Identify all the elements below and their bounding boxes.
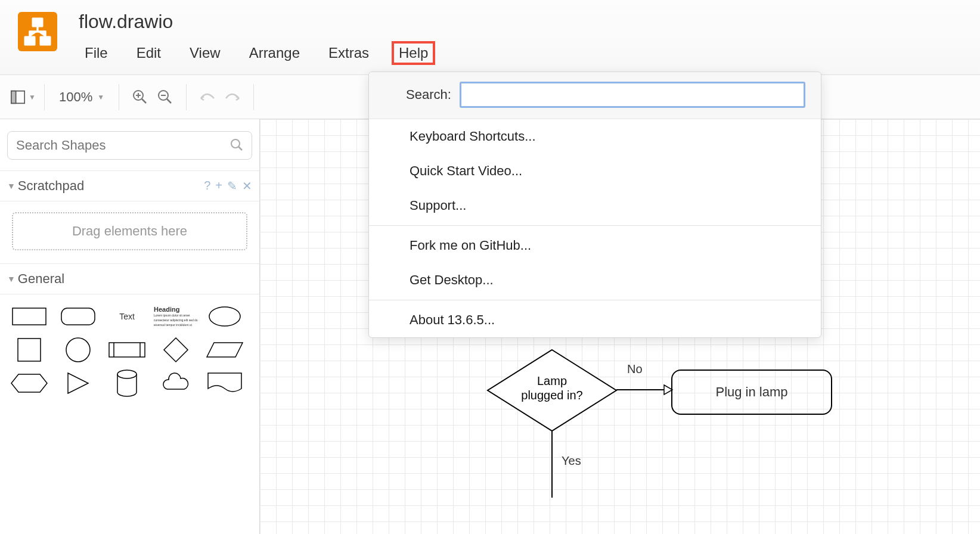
app-header: flow.drawio File Edit View Arrange Extra… [0, 0, 980, 75]
shape-parallelogram[interactable] [203, 336, 247, 364]
undo-button[interactable] [195, 85, 220, 110]
shape-cylinder[interactable] [105, 370, 149, 397]
edge-label-no[interactable]: No [627, 362, 643, 376]
svg-point-18 [209, 307, 240, 326]
shape-circle[interactable] [56, 336, 100, 364]
svg-point-24 [117, 370, 137, 378]
shape-rectangle[interactable] [7, 303, 51, 330]
svg-rect-17 [61, 308, 95, 325]
help-item-support[interactable]: Support... [369, 188, 821, 223]
divider [186, 84, 187, 110]
shape-ellipse[interactable] [203, 303, 247, 330]
general-header[interactable]: ▼ General [0, 263, 259, 294]
shape-diamond[interactable] [154, 336, 198, 364]
collapse-icon: ▼ [7, 274, 15, 284]
menu-edit[interactable]: Edit [131, 41, 167, 65]
scratchpad-add-icon[interactable]: + [215, 179, 222, 193]
collapse-icon: ▼ [7, 181, 15, 191]
flowchart-decision-node[interactable]: Lampplugged in? [486, 349, 618, 432]
shape-process[interactable] [105, 336, 149, 364]
help-item-fork-github[interactable]: Fork me on GitHub... [369, 228, 821, 263]
scratchpad-help-icon[interactable]: ? [204, 179, 210, 193]
svg-point-20 [66, 338, 90, 362]
scratchpad-edit-icon[interactable]: ✎ [227, 179, 237, 193]
process-text: Plug in lamp [715, 384, 787, 400]
divider [119, 84, 119, 110]
app-logo-icon [18, 12, 57, 51]
search-icon[interactable] [230, 138, 243, 153]
menubar: File Edit View Arrange Extras Help [79, 41, 435, 65]
zoom-control[interactable]: 100% ▼ [53, 89, 110, 105]
search-shapes [7, 131, 252, 160]
zoom-in-button[interactable] [128, 85, 153, 110]
shapes-palette: Text HeadingLorem ipsum dolor sit amet c… [0, 294, 259, 405]
shape-triangle[interactable] [56, 370, 100, 397]
shape-text[interactable]: Text [105, 303, 149, 330]
edge-label-yes[interactable]: Yes [562, 454, 581, 468]
help-item-about[interactable]: About 13.6.5... [369, 303, 821, 337]
view-mode-button[interactable]: ▼ [11, 85, 36, 110]
decision-text: Lampplugged in? [486, 374, 618, 402]
svg-line-7 [167, 99, 171, 103]
help-search-row: Search: [369, 72, 821, 119]
caret-down-icon: ▼ [97, 93, 104, 101]
menu-view[interactable]: View [184, 41, 227, 65]
scratchpad-title: Scratchpad [18, 178, 84, 194]
caret-down-icon: ▼ [29, 93, 36, 101]
general-title: General [18, 271, 64, 287]
search-shapes-input[interactable] [16, 138, 230, 153]
sidebar: ▼ Scratchpad ? + ✎ ✕ Drag elements here … [0, 119, 260, 534]
menu-help[interactable]: Help [392, 41, 435, 65]
shape-heading[interactable]: HeadingLorem ipsum dolor sit amet consec… [154, 303, 198, 330]
help-dropdown: Search: Keyboard Shortcuts... Quick Star… [368, 72, 821, 338]
divider [253, 84, 254, 110]
shape-document[interactable] [203, 370, 247, 397]
menu-file[interactable]: File [79, 41, 114, 65]
help-search-input[interactable] [460, 82, 805, 108]
scratchpad-tools: ? + ✎ ✕ [204, 179, 252, 193]
help-search-label: Search: [406, 87, 451, 103]
menu-extras[interactable]: Extras [322, 41, 375, 65]
filename[interactable]: flow.drawio [79, 11, 435, 33]
svg-rect-21 [109, 343, 145, 357]
svg-rect-16 [13, 308, 46, 325]
shape-cloud[interactable] [154, 370, 198, 397]
svg-rect-1 [11, 91, 16, 103]
help-item-quick-start-video[interactable]: Quick Start Video... [369, 154, 821, 188]
menu-separator [369, 225, 821, 226]
svg-rect-19 [18, 339, 41, 361]
flowchart-edge-yes[interactable] [551, 431, 553, 496]
svg-line-3 [142, 99, 146, 103]
shape-square[interactable] [7, 336, 51, 364]
scratchpad-header[interactable]: ▼ Scratchpad ? + ✎ ✕ [0, 170, 259, 201]
flowchart-edge-no[interactable] [616, 389, 672, 390]
help-item-keyboard-shortcuts[interactable]: Keyboard Shortcuts... [369, 119, 821, 154]
divider [44, 84, 45, 110]
scratchpad-close-icon[interactable]: ✕ [242, 179, 252, 193]
zoom-value: 100% [59, 89, 92, 105]
shape-hexagon[interactable] [7, 370, 51, 397]
menu-separator [369, 300, 821, 300]
flowchart-process-node[interactable]: Plug in lamp [671, 370, 832, 415]
menu-arrange[interactable]: Arrange [243, 41, 306, 65]
shape-rounded-rectangle[interactable] [56, 303, 100, 330]
help-item-get-desktop[interactable]: Get Desktop... [369, 263, 821, 297]
svg-line-15 [238, 147, 242, 150]
redo-button[interactable] [220, 85, 245, 110]
svg-point-14 [231, 139, 240, 148]
zoom-out-button[interactable] [153, 85, 178, 110]
scratchpad-dropzone[interactable]: Drag elements here [12, 212, 247, 250]
